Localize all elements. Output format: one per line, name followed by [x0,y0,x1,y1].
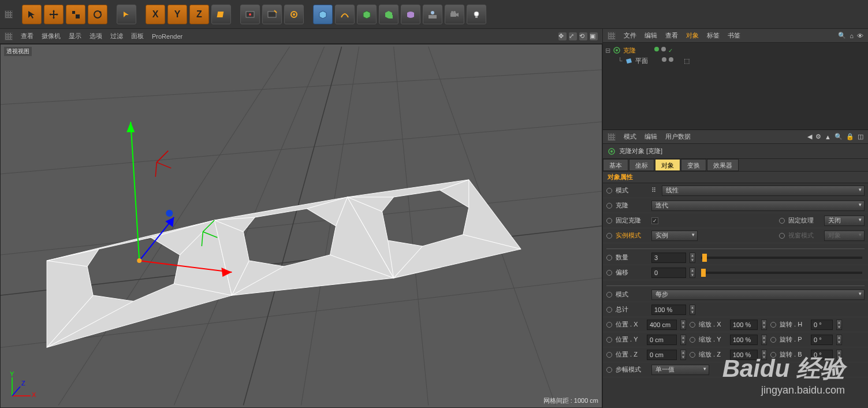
axis-y-toggle[interactable]: Y [167,5,187,24]
anim-toggle[interactable] [690,337,695,343]
spinner[interactable]: ▲▼ [761,350,767,360]
add-generator2[interactable] [379,5,398,24]
tree-row-plane[interactable]: └ 平面 ⬚ [605,55,866,66]
tool-move[interactable] [44,5,64,24]
dropdown-mode[interactable]: 线性 [662,186,865,196]
input-posx[interactable] [647,320,677,330]
vp-menu-options[interactable]: 选项 [90,32,102,40]
eye-icon[interactable]: 👁 [857,32,863,39]
vp-nav-zoom-icon[interactable]: ⤢ [569,32,577,40]
render-view[interactable] [240,5,260,24]
nav-back-icon[interactable]: ◀ [807,133,812,140]
vp-menu-display[interactable]: 显示 [69,32,81,40]
anim-toggle[interactable] [606,367,612,373]
vp-menu-panel[interactable]: 面板 [131,32,144,40]
input-rotb[interactable] [811,350,833,360]
anim-toggle[interactable] [770,352,776,358]
attr-menu-edit[interactable]: 编辑 [645,132,657,141]
tree-label[interactable]: 克隆 [623,46,636,55]
input-scaley[interactable] [730,335,758,345]
spinner[interactable]: ▲▼ [680,335,686,345]
anim-toggle[interactable] [690,322,695,328]
input-total[interactable] [651,305,686,315]
new-window-icon[interactable]: ◫ [858,133,863,140]
om-menu-tags[interactable]: 标签 [707,31,720,40]
anim-toggle[interactable] [606,255,612,261]
lock-icon[interactable]: 🔒 [846,133,854,140]
vp-nav-rotate-icon[interactable]: ⟲ [579,32,587,40]
tool-rotate[interactable] [88,5,107,24]
render-settings[interactable] [284,5,304,24]
tab-coord[interactable]: 坐标 [629,159,654,171]
spinner-total[interactable]: ▲▼ [690,305,695,315]
search-icon[interactable]: 🔍 [838,32,846,39]
add-camera[interactable] [445,5,464,24]
dropdown-instmode[interactable]: 实例 [651,231,698,241]
vp-menu-view[interactable]: 查看 [21,32,33,40]
dropdown-mode2[interactable]: 每步 [651,290,865,300]
vp-nav-max-icon[interactable]: ▣ [590,32,598,40]
anim-toggle[interactable] [606,352,612,358]
dropdown-stepmode[interactable]: 单一值 [651,365,709,375]
vp-nav-move-icon[interactable]: ✥ [558,32,567,40]
add-light[interactable] [467,5,486,24]
spinner-count[interactable]: ▲▼ [690,253,695,263]
attr-menu-userdata[interactable]: 用户数据 [665,132,691,141]
object-tree[interactable]: ⊟ 克隆 └ 平面 [603,43,868,129]
input-rotp[interactable] [811,335,833,345]
spinner[interactable]: ▲▼ [836,350,842,360]
tool-coord-system[interactable] [211,5,231,24]
spinner[interactable]: ▲▼ [761,320,767,330]
anim-toggle[interactable] [606,337,612,343]
tree-label[interactable]: 平面 [635,57,648,65]
om-menu-view[interactable]: 查看 [665,31,678,40]
dropdown-clone[interactable]: 迭代 [651,201,865,211]
render-dot[interactable] [669,57,673,62]
add-environment[interactable] [423,5,442,24]
tool-select[interactable] [22,5,42,24]
anim-toggle[interactable] [606,233,612,239]
tool-scale[interactable] [66,5,85,24]
viewport-3d[interactable]: 透视视图 [0,44,602,408]
anim-toggle[interactable] [606,203,612,209]
tree-row-cloner[interactable]: ⊟ 克隆 [605,45,866,55]
anim-toggle[interactable] [606,270,612,276]
anim-toggle[interactable] [606,322,612,328]
spinner[interactable]: ▲▼ [761,335,767,345]
visibility-dot[interactable] [662,57,666,62]
om-menu-edit[interactable]: 编辑 [645,31,657,40]
input-count[interactable] [651,253,686,263]
input-scalez[interactable] [730,350,758,360]
spinner[interactable]: ▲▼ [680,350,686,360]
anim-toggle[interactable] [770,337,776,343]
anim-toggle[interactable] [690,352,695,358]
anim-toggle[interactable] [779,218,785,224]
vp-menu-camera[interactable]: 摄像机 [42,32,61,40]
input-offset[interactable] [651,268,686,278]
vp-menu-filter[interactable]: 过滤 [110,32,123,40]
nav-gear-icon[interactable]: ⚙ [815,133,821,140]
input-posz[interactable] [647,350,677,360]
tab-basic[interactable]: 基本 [603,159,628,171]
slider-offset[interactable] [701,272,862,274]
vp-menu-prorender[interactable]: ProRender [152,33,182,40]
expand-icon[interactable]: ⊟ [605,47,610,54]
add-cube[interactable] [313,5,333,24]
input-roth[interactable] [811,320,833,330]
anim-toggle[interactable] [606,292,612,298]
tag-icon[interactable]: ⬚ [684,57,690,65]
spinner[interactable]: ▲▼ [836,320,842,330]
add-spline[interactable] [335,5,355,24]
spinner-offset[interactable]: ▲▼ [690,268,695,278]
anim-toggle[interactable] [770,322,776,328]
render-dot[interactable] [661,47,666,51]
nav-up-icon[interactable]: ▲ [825,133,831,140]
render-pv[interactable] [262,5,282,24]
om-menu-object[interactable]: 对象 [686,31,699,40]
om-menu-bookmarks[interactable]: 书签 [728,31,740,40]
attr-menu-mode[interactable]: 模式 [624,132,636,141]
tab-object[interactable]: 对象 [655,159,680,171]
slider-count[interactable] [701,257,862,259]
add-deformer[interactable] [401,5,420,24]
axis-x-toggle[interactable]: X [146,5,165,24]
